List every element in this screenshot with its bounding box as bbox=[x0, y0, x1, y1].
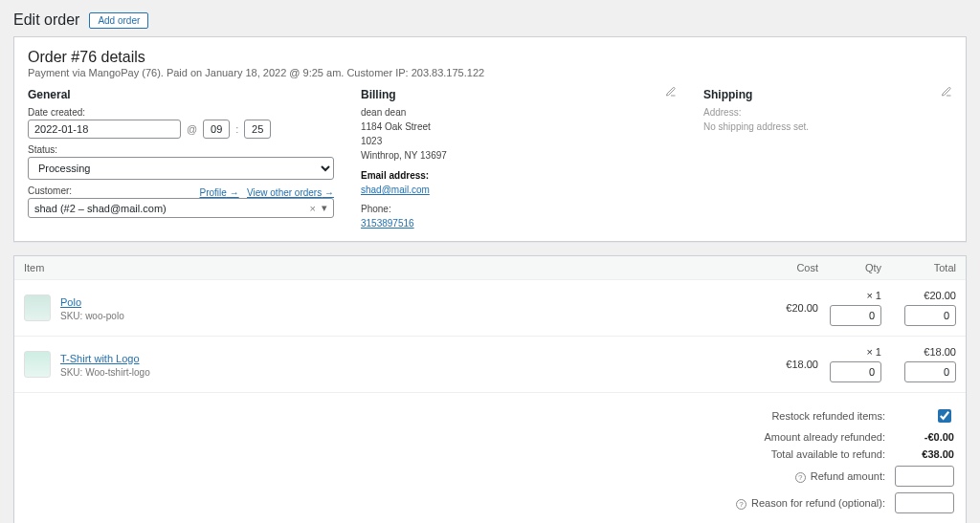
date-created-label: Date created: bbox=[28, 107, 334, 118]
product-name-link[interactable]: Polo bbox=[60, 296, 81, 308]
product-sku: SKU: Woo-tshirt-logo bbox=[60, 367, 757, 378]
col-item: Item bbox=[24, 262, 757, 273]
line-total: €18.00 bbox=[893, 346, 956, 358]
billing-address: dean dean 1184 Oak Street 1023 Winthrop,… bbox=[361, 105, 677, 163]
customer-select[interactable]: shad (#2 – shad@mail.com) × ▾ bbox=[28, 198, 334, 218]
customer-value: shad (#2 – shad@mail.com) bbox=[34, 203, 167, 214]
product-sku: SKU: woo-polo bbox=[60, 311, 757, 321]
available-refund-label: Total available to refund: bbox=[665, 448, 885, 460]
chevron-down-icon[interactable]: ▾ bbox=[322, 202, 327, 214]
table-row: T-Shirt with Logo SKU: Woo-tshirt-logo €… bbox=[14, 337, 966, 393]
add-order-button[interactable]: Add order bbox=[89, 12, 148, 29]
edit-shipping-icon[interactable] bbox=[941, 86, 952, 98]
shipping-section: Shipping Address: No shipping address se… bbox=[703, 88, 952, 229]
items-header: Item Cost Qty Total bbox=[14, 256, 966, 280]
view-other-orders-link[interactable]: View other orders bbox=[247, 187, 334, 198]
order-title: Order #76 details bbox=[28, 49, 952, 66]
refund-reason-input[interactable] bbox=[895, 492, 954, 513]
date-input[interactable] bbox=[28, 120, 181, 139]
already-refunded-label: Amount already refunded: bbox=[665, 431, 885, 443]
shipping-empty: No shipping address set. bbox=[703, 120, 952, 134]
general-heading: General bbox=[28, 88, 334, 101]
status-select[interactable]: Processing bbox=[28, 157, 334, 180]
refund-totals: Restock refunded items: Amount already r… bbox=[14, 393, 966, 523]
restock-checkbox[interactable] bbox=[938, 409, 951, 423]
edit-billing-icon[interactable] bbox=[665, 86, 677, 98]
order-meta: Payment via MangoPay (76). Paid on Janua… bbox=[28, 67, 952, 78]
available-refund-value: €38.00 bbox=[895, 448, 954, 460]
shipping-address-label: Address: bbox=[703, 105, 952, 120]
status-label: Status: bbox=[28, 144, 334, 155]
refund-qty-input[interactable] bbox=[830, 361, 881, 382]
already-refunded-value: -€0.00 bbox=[895, 431, 954, 443]
product-thumb bbox=[24, 351, 51, 378]
table-row: Polo SKU: woo-polo €20.00 × 1 €20.00 bbox=[14, 280, 966, 337]
page-title: Edit order bbox=[13, 11, 79, 29]
clear-customer-icon[interactable]: × bbox=[310, 203, 316, 214]
customer-label: Customer: bbox=[28, 185, 200, 196]
line-cost: €20.00 bbox=[757, 302, 818, 314]
product-name-link[interactable]: T-Shirt with Logo bbox=[60, 353, 140, 364]
info-icon[interactable]: ? bbox=[795, 472, 806, 483]
col-qty: Qty bbox=[818, 262, 881, 273]
restock-label: Restock refunded items: bbox=[665, 410, 885, 422]
line-qty: × 1 bbox=[818, 290, 881, 301]
refund-qty-input[interactable] bbox=[830, 305, 881, 326]
billing-section: Billing dean dean 1184 Oak Street 1023 W… bbox=[361, 88, 677, 229]
line-qty: × 1 bbox=[818, 346, 881, 358]
profile-link[interactable]: Profile bbox=[200, 187, 239, 198]
at-sep: @ bbox=[187, 123, 197, 135]
general-section: General Date created: @ : Status: Proces… bbox=[28, 88, 334, 229]
billing-email-link[interactable]: shad@mail.com bbox=[361, 185, 430, 195]
col-total: Total bbox=[893, 262, 956, 273]
refund-amount-input[interactable] bbox=[895, 466, 954, 487]
line-cost: €18.00 bbox=[757, 359, 818, 370]
billing-phone-label: Phone: bbox=[361, 204, 677, 214]
col-cost: Cost bbox=[757, 262, 818, 273]
line-total: €20.00 bbox=[893, 290, 956, 301]
refund-total-input[interactable] bbox=[904, 305, 956, 326]
time-sep: : bbox=[235, 123, 238, 135]
minute-input[interactable] bbox=[244, 120, 271, 139]
info-icon[interactable]: ? bbox=[736, 499, 746, 510]
hour-input[interactable] bbox=[203, 120, 230, 139]
product-thumb bbox=[24, 294, 51, 321]
billing-email-label: Email address: bbox=[361, 170, 677, 181]
billing-phone-link[interactable]: 3153897516 bbox=[361, 218, 414, 229]
refund-reason-label: Reason for refund (optional): bbox=[751, 497, 885, 509]
order-items-panel: Item Cost Qty Total Polo SKU: woo-polo €… bbox=[13, 255, 967, 523]
shipping-heading: Shipping bbox=[703, 88, 952, 101]
refund-amount-label: Refund amount: bbox=[811, 470, 885, 482]
order-details-panel: Order #76 details Payment via MangoPay (… bbox=[13, 36, 967, 242]
billing-heading: Billing bbox=[361, 88, 677, 101]
refund-total-input[interactable] bbox=[904, 361, 956, 382]
